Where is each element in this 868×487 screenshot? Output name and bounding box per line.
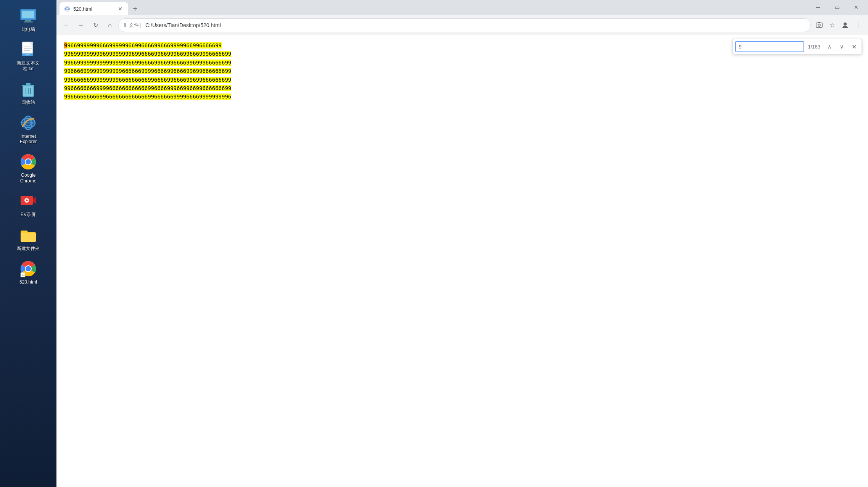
- find-count: 1/163: [805, 44, 823, 50]
- txt-file-icon: TXT: [19, 40, 37, 59]
- content-line: 9966666666699666666666666699666666999966…: [64, 92, 860, 101]
- desktop-icon-520html[interactable]: 520.html: [11, 256, 45, 288]
- svg-point-32: [64, 6, 70, 11]
- maximize-button[interactable]: ▭: [828, 1, 846, 13]
- menu-button[interactable]: ⋮: [852, 19, 864, 31]
- this-pc-label: 此电脑: [21, 27, 35, 32]
- active-tab[interactable]: 520.html ✕: [60, 2, 128, 15]
- chrome-icon: [19, 153, 37, 171]
- url-bar[interactable]: ℹ 文件 | C:/Users/Tian/Desktop/520.html: [118, 18, 811, 32]
- forward-button[interactable]: →: [75, 19, 87, 31]
- content-line: 9966999999999999999966996666996699666699…: [64, 58, 860, 67]
- url-text: C:/Users/Tian/Desktop/520.html: [145, 22, 805, 28]
- chrome-label: Google Chrome: [13, 173, 43, 184]
- svg-rect-3: [24, 21, 33, 23]
- ev-recorder-label: EV录屏: [21, 212, 36, 217]
- desktop-icon-google-chrome[interactable]: Google Chrome: [11, 150, 45, 187]
- toolbar-icons: ☆ ⋮: [813, 19, 864, 31]
- svg-rect-33: [816, 23, 822, 27]
- bookmark-button[interactable]: ☆: [826, 19, 838, 31]
- svg-point-34: [818, 24, 820, 26]
- ev-recorder-icon: [19, 192, 37, 210]
- page-content: 1/163 ∧ ∨ ✕ 9966999999966699999966996666…: [56, 35, 868, 487]
- refresh-button[interactable]: ↻: [89, 19, 101, 31]
- screenshot-button[interactable]: [813, 19, 825, 31]
- svg-text:TXT: TXT: [25, 54, 30, 56]
- svg-point-23: [26, 159, 31, 164]
- close-button[interactable]: ✕: [847, 1, 865, 13]
- desktop-icon-new-folder[interactable]: 新建文件夹: [11, 223, 45, 254]
- new-text-label: 新建文本文档.txt: [13, 60, 43, 71]
- tab-title: 520.html: [73, 6, 114, 12]
- new-folder-label: 新建文件夹: [17, 246, 40, 251]
- address-bar: ← → ↻ ⌂ ℹ 文件 | C:/Users/Tian/Desktop/520…: [56, 15, 868, 35]
- minimize-button[interactable]: ─: [809, 1, 827, 13]
- svg-rect-11: [22, 85, 34, 86]
- home-button[interactable]: ⌂: [104, 19, 116, 31]
- svg-rect-1: [22, 11, 34, 18]
- chrome2-icon: [19, 260, 37, 278]
- folder-icon: [19, 226, 37, 244]
- window-controls: ─ ▭ ✕: [809, 1, 865, 15]
- content-line: 9966669999999999996666669999666699666699…: [64, 67, 860, 75]
- url-info-icon: ℹ: [124, 22, 126, 28]
- desktop-icon-ie[interactable]: Internet Explorer: [11, 111, 45, 148]
- find-bar: 1/163 ∧ ∨ ✕: [733, 39, 862, 54]
- content-line: 9966666699999999966666666699666699666699…: [64, 76, 860, 84]
- recycle-bin-icon: [19, 80, 37, 98]
- title-bar: 520.html ✕ + ─ ▭ ✕: [56, 0, 868, 15]
- browser-window: 520.html ✕ + ─ ▭ ✕ ← → ↻ ⌂ ℹ 文件 | C:/Use…: [56, 0, 868, 487]
- recycle-bin-label: 回收站: [21, 100, 35, 105]
- find-close-button[interactable]: ✕: [849, 41, 859, 52]
- back-button[interactable]: ←: [60, 19, 72, 31]
- account-button[interactable]: [839, 19, 851, 31]
- find-next-button[interactable]: ∨: [836, 41, 847, 52]
- desktop-icon-this-pc[interactable]: 此电脑: [11, 4, 45, 35]
- desktop-icon-recycle-bin[interactable]: 回收站: [11, 77, 45, 108]
- svg-marker-25: [33, 197, 36, 204]
- tab-bar: 520.html ✕ +: [60, 0, 809, 15]
- svg-rect-2: [25, 20, 31, 21]
- tab-close-button[interactable]: ✕: [117, 5, 124, 12]
- find-prev-button[interactable]: ∧: [824, 41, 835, 52]
- 520html-label: 520.html: [19, 279, 37, 285]
- ie-label: Internet Explorer: [13, 134, 43, 145]
- desktop-icon-ev-recorder[interactable]: EV录屏: [11, 189, 45, 220]
- tab-favicon: [64, 6, 70, 12]
- content-line: 9966666666999966666666666699666699966996…: [64, 84, 860, 92]
- ie-icon: [19, 114, 37, 132]
- url-prefix: 文件 |: [129, 22, 142, 29]
- desktop: 此电脑 TXT 新建文本文档.txt: [0, 0, 56, 487]
- desktop-icon-new-text[interactable]: TXT 新建文本文档.txt: [11, 37, 45, 74]
- new-tab-button[interactable]: +: [130, 3, 140, 14]
- svg-rect-12: [26, 83, 31, 85]
- svg-rect-35: [818, 22, 820, 23]
- svg-point-30: [26, 266, 31, 271]
- svg-point-36: [844, 23, 847, 26]
- this-pc-icon: [19, 7, 37, 25]
- find-input[interactable]: [735, 41, 804, 52]
